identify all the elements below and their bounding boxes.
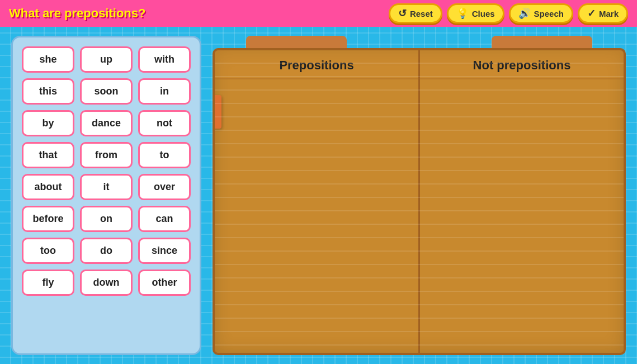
word-tile[interactable]: by (22, 110, 74, 136)
page-title: What are prepositions? (9, 6, 145, 21)
not-prepositions-header: Not prepositions (420, 50, 624, 79)
word-tile[interactable]: soon (80, 78, 133, 105)
word-tile[interactable]: can (138, 206, 191, 232)
word-bank: sheupwiththissooninbydancenotthatfromtoa… (11, 36, 201, 355)
not-prepositions-drop-zone[interactable] (420, 79, 624, 353)
clues-label: Clues (472, 9, 495, 18)
prepositions-header: Prepositions (215, 50, 418, 79)
mark-button[interactable]: ✓ Mark (578, 3, 628, 23)
clues-icon: 💡 (456, 7, 469, 20)
word-tile[interactable]: down (80, 270, 133, 296)
reset-icon: ↺ (398, 7, 407, 20)
word-tile[interactable]: she (22, 46, 74, 73)
sorting-board: Prepositions Not prepositions (213, 36, 626, 355)
word-tile[interactable]: this (22, 78, 74, 105)
word-tile[interactable]: with (138, 46, 191, 73)
word-tile[interactable]: other (138, 270, 191, 296)
word-tile[interactable]: fly (22, 270, 74, 296)
word-tile[interactable]: about (22, 174, 74, 200)
word-tile[interactable]: do (80, 238, 133, 264)
mark-label: Mark (599, 9, 619, 18)
word-tile[interactable]: from (80, 142, 133, 168)
prepositions-column[interactable]: Prepositions (215, 50, 420, 353)
word-tile[interactable]: over (138, 174, 191, 200)
speech-label: Speech (534, 9, 564, 18)
word-tile[interactable]: not (138, 110, 191, 136)
toolbar-buttons: ↺ Reset 💡 Clues 🔊 Speech ✓ Mark (389, 3, 628, 23)
speech-icon: 🔊 (518, 7, 531, 20)
clues-button[interactable]: 💡 Clues (447, 3, 504, 23)
board: Prepositions Not prepositions (213, 48, 626, 355)
word-tile[interactable]: before (22, 206, 74, 232)
word-tile[interactable]: that (22, 142, 74, 168)
word-tile[interactable]: too (22, 238, 74, 264)
word-tile[interactable]: on (80, 206, 133, 232)
speech-button[interactable]: 🔊 Speech (509, 3, 573, 23)
mark-icon: ✓ (587, 7, 596, 20)
word-tile[interactable]: it (80, 174, 133, 200)
word-tile[interactable]: up (80, 46, 133, 73)
word-tile[interactable]: in (138, 78, 191, 105)
reset-label: Reset (410, 9, 433, 18)
not-prepositions-column[interactable]: Not prepositions (420, 50, 624, 353)
word-tile[interactable]: dance (80, 110, 133, 136)
word-tile[interactable]: since (138, 238, 191, 264)
main-content: sheupwiththissooninbydancenotthatfromtoa… (0, 27, 637, 364)
prepositions-drop-zone[interactable] (215, 79, 418, 353)
top-bar: What are prepositions? ↺ Reset 💡 Clues 🔊… (0, 0, 637, 27)
board-inner: Prepositions Not prepositions (215, 50, 624, 353)
word-tile[interactable]: to (138, 142, 191, 168)
reset-button[interactable]: ↺ Reset (389, 3, 442, 23)
